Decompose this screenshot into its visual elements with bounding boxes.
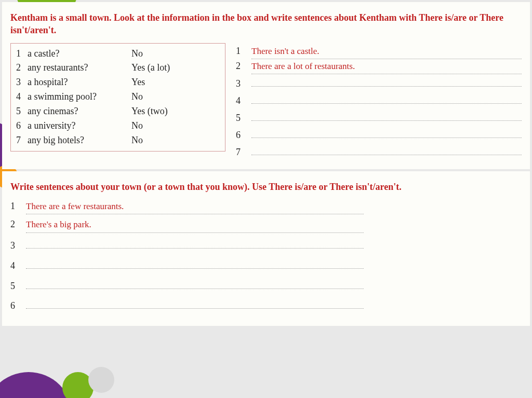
answer-row: 2 There's a big park.	[10, 217, 364, 232]
answer-num: 2	[236, 59, 244, 74]
answer-input[interactable]	[251, 91, 522, 104]
answer-num: 3	[236, 77, 244, 91]
answer-num: 1	[10, 199, 19, 214]
answer-input[interactable]: There's a big park.	[26, 218, 364, 232]
answer-num: 2	[10, 217, 19, 232]
answer-input[interactable]	[26, 277, 364, 289]
info-question: a hospital?	[28, 75, 131, 90]
answer-input[interactable]	[26, 236, 364, 249]
answer-row: 6	[236, 126, 522, 143]
info-num: 2	[16, 61, 28, 75]
answer-input[interactable]	[26, 296, 364, 309]
info-answer: No	[131, 47, 219, 61]
answer-row: 5	[236, 108, 522, 126]
info-answer: No	[131, 90, 219, 104]
exercise-2-panel: Write sentences about your town (or a to…	[2, 171, 530, 326]
answer-row: 2 There are a lot of restaurants.	[236, 59, 522, 74]
info-question: a university?	[28, 119, 131, 133]
info-row: 4 a swimming pool? No	[16, 90, 219, 104]
answer-row: 3	[236, 74, 522, 91]
info-num: 1	[16, 47, 28, 61]
circle-purple-bot	[0, 372, 73, 398]
answer-row: 4	[236, 91, 522, 108]
answer-row: 1 There isn't a castle.	[236, 44, 522, 59]
info-question: a swimming pool?	[28, 90, 131, 104]
info-question: any cinemas?	[28, 104, 131, 119]
info-row: 1 a castle? No	[16, 47, 219, 61]
answer-row: 5	[10, 277, 364, 294]
answer-input[interactable]	[26, 256, 364, 269]
info-row: 7 any big hotels? No	[16, 133, 219, 148]
answer-input[interactable]: There are a lot of restaurants.	[251, 60, 522, 74]
exercise-1-instruction: Kentham is a small town. Look at the inf…	[10, 11, 522, 37]
info-answer: No	[131, 119, 219, 133]
info-answer: Yes	[131, 75, 219, 90]
info-num: 7	[16, 133, 28, 148]
answer-num: 4	[236, 94, 244, 108]
info-question: any big hotels?	[28, 133, 131, 148]
info-answer: Yes (a lot)	[131, 61, 219, 75]
answer-input[interactable]	[251, 143, 522, 155]
exercise-1-answers: 1 There isn't a castle. 2 There are a lo…	[236, 43, 522, 160]
info-question: any restaurants?	[28, 61, 131, 75]
info-row: 3 a hospital? Yes	[16, 75, 219, 90]
answer-row: 7	[236, 143, 522, 160]
info-num: 4	[16, 90, 28, 104]
info-num: 3	[16, 75, 28, 90]
answer-input[interactable]	[251, 126, 522, 138]
info-row: 6 a university? No	[16, 119, 219, 133]
answer-input[interactable]: There are a few restaurants.	[26, 200, 364, 214]
answer-num: 6	[236, 128, 244, 143]
answer-num: 7	[236, 145, 244, 160]
answer-input[interactable]	[251, 108, 522, 121]
circle-gray-bot	[88, 367, 114, 393]
exercise-2-instruction: Write sentences about your town (or a to…	[10, 181, 522, 193]
info-answer: No	[131, 133, 219, 148]
answer-row: 3	[10, 236, 364, 253]
info-row: 5 any cinemas? Yes (two)	[16, 104, 219, 119]
answer-input[interactable]	[251, 74, 522, 87]
answer-num: 1	[236, 44, 244, 59]
answer-num: 6	[10, 299, 19, 313]
info-num: 5	[16, 104, 28, 119]
info-num: 6	[16, 119, 28, 133]
answer-row: 4	[10, 256, 364, 273]
answer-row: 6	[10, 296, 364, 313]
answer-num: 5	[236, 111, 244, 126]
answer-num: 5	[10, 279, 19, 294]
info-box: 1 a castle? No 2 any restaurants? Yes (a…	[10, 43, 225, 152]
answer-num: 4	[10, 259, 19, 273]
circle-green-bot	[62, 372, 94, 398]
answer-row: 1 There are a few restaurants.	[10, 199, 364, 214]
answer-num: 3	[10, 239, 19, 253]
info-question: a castle?	[28, 47, 131, 61]
answer-input[interactable]: There isn't a castle.	[251, 45, 522, 59]
info-answer: Yes (two)	[131, 104, 219, 119]
exercise-1-panel: Kentham is a small town. Look at the inf…	[2, 2, 530, 169]
info-row: 2 any restaurants? Yes (a lot)	[16, 61, 219, 75]
exercise-2-answers: 1 There are a few restaurants. 2 There's…	[10, 199, 364, 313]
